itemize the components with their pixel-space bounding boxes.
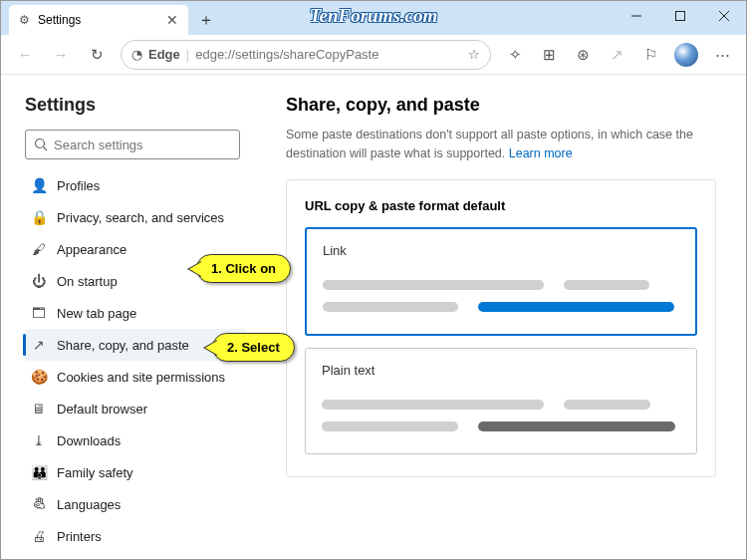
address-bar[interactable]: ◔ Edge | edge://settings/shareCopyPaste … [121,40,491,70]
sidebar-item-system[interactable]: ⚙System [25,552,246,559]
url-text: edge://settings/shareCopyPaste [195,47,462,62]
callout-click-on: 1. Click on [196,254,291,283]
refresh-button[interactable]: ↻ [81,39,113,71]
browser-toolbar: ← → ↻ ◔ Edge | edge://settings/shareCopy… [1,35,746,75]
window-maximize-button[interactable] [658,1,702,31]
format-option-link[interactable]: Link [305,227,697,336]
url-scheme-label: Edge [148,47,180,62]
sidebar-title: Settings [25,95,246,116]
url-format-card: URL copy & paste format default LinkPlai… [286,179,716,477]
nav-icon: ⤓ [31,432,47,448]
settings-main: Share, copy, and paste Some paste destin… [256,75,746,559]
nav-icon: 👤 [31,177,47,193]
nav-label: Default browser [57,402,147,417]
new-tab-button[interactable]: ＋ [192,6,220,34]
settings-search[interactable] [25,130,240,159]
forward-button[interactable]: → [45,39,77,71]
close-tab-icon[interactable]: ✕ [166,12,178,28]
learn-more-link[interactable]: Learn more [509,146,573,160]
back-button[interactable]: ← [9,39,41,71]
window-minimize-button[interactable] [615,1,658,31]
card-title: URL copy & paste format default [305,198,697,213]
sidebar-item-printers[interactable]: 🖨Printers [25,520,246,552]
sidebar-item-profiles[interactable]: 👤Profiles [25,169,246,201]
nav-icon: ⏻ [31,273,47,289]
option-preview [322,400,680,431]
nav-label: Share, copy, and paste [57,338,189,353]
sidebar-item-languages[interactable]: 🖏Languages [25,488,246,520]
sidebar-item-new-tab-page[interactable]: 🗔New tab page [25,297,246,329]
format-option-plain-text[interactable]: Plain text [305,348,697,454]
content-area: Settings 👤Profiles🔒Privacy, search, and … [1,75,746,559]
nav-label: Family safety [57,465,133,480]
nav-icon: 🖨 [31,528,47,544]
option-preview [323,280,679,312]
sidebar-item-downloads[interactable]: ⤓Downloads [25,424,246,456]
settings-sidebar: Settings 👤Profiles🔒Privacy, search, and … [1,75,256,559]
nav-icon: 🖏 [31,496,47,512]
url-separator: | [186,47,189,62]
page-description: Some paste destinations don't support al… [286,126,716,163]
close-icon [719,11,729,21]
window-titlebar: ⚙ Settings ✕ ＋ [1,1,746,35]
window-close-button[interactable] [702,1,746,31]
nav-label: Profiles [57,178,100,193]
menu-icon[interactable]: ⋯ [706,39,738,71]
nav-icon: 🖥 [31,401,47,417]
favorite-icon[interactable]: ☆ [468,47,480,62]
page-heading: Share, copy, and paste [286,95,716,116]
nav-label: New tab page [57,306,136,321]
site-identity-icon: ◔ [131,47,142,62]
favorites-icon[interactable]: ✧ [499,39,531,71]
nav-icon: ↗ [31,337,47,353]
svg-line-5 [44,147,48,151]
nav-icon: 🖌 [31,241,47,257]
settings-nav-list: 👤Profiles🔒Privacy, search, and services🖌… [25,169,246,559]
feedback-icon[interactable]: ⚐ [634,39,666,71]
svg-point-4 [36,140,45,148]
sidebar-item-family-safety[interactable]: 👪Family safety [25,456,246,488]
option-title: Link [323,243,679,258]
collections-icon[interactable]: ⊞ [533,39,565,71]
profile-avatar[interactable] [674,43,698,67]
sidebar-item-privacy-search-and-services[interactable]: 🔒Privacy, search, and services [25,201,246,233]
nav-label: Appearance [57,242,126,257]
sidebar-item-cookies-and-site-permissions[interactable]: 🍪Cookies and site permissions [25,361,246,393]
nav-label: On startup [57,274,118,289]
nav-label: Printers [57,529,102,544]
nav-label: Privacy, search, and services [57,210,224,225]
browser-tab[interactable]: ⚙ Settings ✕ [9,5,188,35]
search-icon [34,138,48,151]
nav-label: Downloads [57,433,121,448]
nav-label: Languages [57,497,121,512]
extensions-icon[interactable]: ⊛ [567,39,599,71]
nav-icon: 🗔 [31,305,47,321]
nav-label: Cookies and site permissions [57,370,225,385]
maximize-icon [675,11,685,21]
share-icon[interactable]: ↗ [601,39,632,71]
search-input[interactable] [54,138,231,152]
callout-select: 2. Select [212,333,295,362]
nav-icon: 👪 [31,464,47,480]
tab-title: Settings [38,13,81,27]
sidebar-item-default-browser[interactable]: 🖥Default browser [25,393,246,424]
minimize-icon [631,11,641,21]
option-title: Plain text [322,363,680,378]
nav-icon: 🍪 [31,369,47,385]
nav-icon: 🔒 [31,209,47,225]
settings-icon: ⚙ [19,13,30,27]
svg-rect-1 [676,12,685,21]
